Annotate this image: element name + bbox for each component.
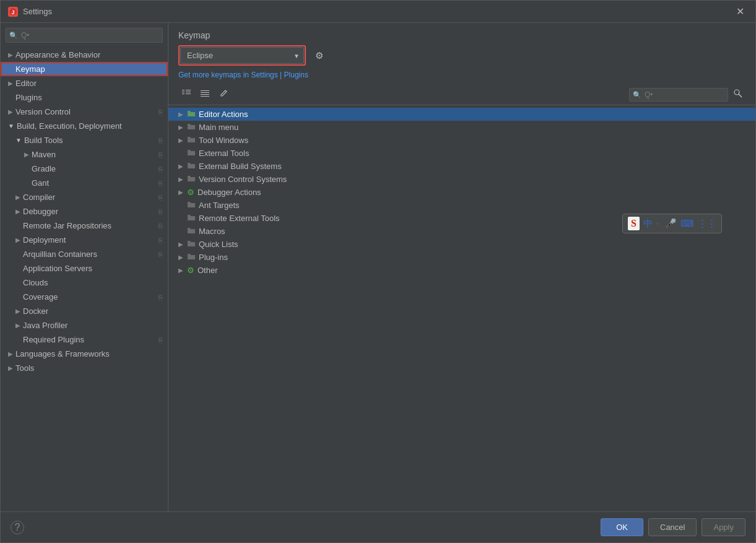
sidebar-item-editor[interactable]: ▶ Editor [1, 76, 168, 90]
tree-item-label: External Build Systems [199, 162, 282, 171]
sidebar-item-deployment[interactable]: ▶ Deployment ⎘ [1, 233, 168, 247]
sidebar-item-languages[interactable]: ▶ Languages & Frameworks [1, 347, 168, 361]
keymap-gear-button[interactable]: ⚙ [311, 47, 328, 64]
tree-item-external-tools[interactable]: ▶ External Tools [168, 147, 755, 160]
sidebar-arrow-languages: ▶ [8, 350, 13, 357]
svg-rect-8 [201, 90, 209, 91]
app-icon: J [8, 7, 18, 17]
plugins-link[interactable]: Plugins [284, 71, 308, 79]
tree-item-plug-ins[interactable]: ▶ Plug-ins [168, 251, 755, 264]
sidebar-item-compiler[interactable]: ▶ Compiler ⎘ [1, 190, 168, 204]
ime-punctuation-icon[interactable]: •, [656, 219, 661, 228]
sidebar-item-java-profiler[interactable]: ▶ Java Profiler [1, 318, 168, 332]
right-panel: Keymap Eclipse Default Mac OS X Emacs Ne… [168, 23, 755, 511]
tree-arrow-main-menu: ▶ [178, 124, 185, 131]
sidebar-item-plugins[interactable]: ▶ Plugins [1, 90, 168, 105]
sidebar-plugins-label: Plugins [15, 93, 42, 102]
svg-rect-6 [186, 92, 191, 92]
sidebar-item-build[interactable]: ▼ Build, Execution, Deployment [1, 119, 168, 133]
svg-rect-7 [186, 93, 191, 94]
folder-icon-quick-lists [187, 240, 196, 249]
sidebar-item-build-tools[interactable]: ▼ Build Tools ⎘ [1, 133, 168, 147]
main-content: 🔍 ▶ Appearance & Behavior Keymap ▶ Edito… [1, 23, 755, 511]
tree-item-other[interactable]: ▶ ⚙ Other [168, 264, 755, 277]
sidebar-item-maven[interactable]: ▶ Maven ⎘ [1, 147, 168, 162]
sidebar-item-docker[interactable]: ▶ Docker [1, 304, 168, 318]
tree-item-quick-lists[interactable]: ▶ Quick Lists [168, 238, 755, 251]
sidebar-item-app-servers[interactable]: ▶ Application Servers [1, 261, 168, 276]
sidebar-search-icon: 🔍 [9, 32, 18, 40]
sidebar-tools-label: Tools [15, 363, 34, 373]
link-prefix: Get more keymaps in [178, 71, 251, 79]
search-options-button[interactable] [731, 87, 745, 102]
sidebar-item-version-control[interactable]: ▶ Version Control ⎘ [1, 105, 168, 119]
sidebar-item-keymap[interactable]: Keymap [1, 62, 168, 76]
sidebar-item-gradle[interactable]: ▶ Gradle ⎘ [1, 162, 168, 176]
tree-item-main-menu[interactable]: ▶ Main menu [168, 121, 755, 134]
svg-point-12 [734, 90, 739, 95]
sidebar-arrow-docker: ▶ [15, 308, 20, 315]
close-button[interactable]: ✕ [732, 4, 748, 19]
tree-arrow-quick-lists: ▶ [178, 241, 185, 248]
sidebar-search-box: 🔍 [6, 28, 163, 43]
sidebar-gant-label: Gant [32, 178, 49, 188]
tree-search-input[interactable] [629, 88, 728, 102]
sidebar-item-coverage[interactable]: ▶ Coverage ⎘ [1, 290, 168, 304]
svg-rect-4 [182, 93, 185, 94]
expand-all-button[interactable] [178, 87, 194, 102]
tree-search-wrap: 🔍 [629, 88, 728, 102]
tree-item-editor-actions[interactable]: ▶ Editor Actions [168, 108, 755, 121]
help-button[interactable]: ? [11, 521, 24, 534]
tree-item-tool-windows[interactable]: ▶ Tool Windows [168, 134, 755, 147]
sidebar-build-tools-label: Build Tools [24, 136, 63, 145]
ime-keyboard-icon[interactable]: ⌨ [680, 218, 694, 229]
tree-item-ant-targets[interactable]: ▶ Ant Targets [168, 199, 755, 212]
keymap-dropdown-wrapper: Eclipse Default Mac OS X Emacs NetBeans … [178, 45, 306, 66]
folder-icon-external-tools [187, 149, 196, 158]
keymap-dropdown[interactable]: Eclipse Default Mac OS X Emacs NetBeans … [180, 47, 304, 64]
input-method-toolbar: S 中 •, 🎤 ⌨ ⋮⋮ [622, 214, 722, 233]
settings-link[interactable]: Settings [251, 71, 277, 79]
sidebar-search-input[interactable] [6, 28, 163, 43]
sidebar-gradle-label: Gradle [32, 164, 56, 173]
edit-button[interactable] [215, 87, 232, 102]
sidebar-remote-jar-label: Remote Jar Repositories [23, 221, 111, 230]
collapse-all-button[interactable] [197, 87, 213, 102]
cancel-button[interactable]: Cancel [648, 518, 697, 536]
tree-item-label: Editor Actions [199, 110, 248, 119]
ok-button[interactable]: OK [601, 518, 643, 536]
ime-mic-icon[interactable]: 🎤 [665, 218, 677, 229]
svg-rect-11 [201, 96, 209, 97]
sidebar-item-arquillian[interactable]: ▶ Arquillian Containers ⎘ [1, 247, 168, 261]
copy-icon-arquillian: ⎘ [159, 251, 163, 258]
sidebar-item-gant[interactable]: ▶ Gant ⎘ [1, 176, 168, 190]
tree-item-vcs[interactable]: ▶ Version Control Systems [168, 173, 755, 186]
tree-item-debugger-actions[interactable]: ▶ ⚙ Debugger Actions [168, 186, 755, 199]
sidebar-item-required-plugins[interactable]: ▶ Required Plugins ⎘ [1, 332, 168, 347]
sidebar-item-remote-jar[interactable]: ▶ Remote Jar Repositories ⎘ [1, 219, 168, 233]
sidebar-item-appearance[interactable]: ▶ Appearance & Behavior [1, 48, 168, 62]
sidebar-item-clouds[interactable]: ▶ Clouds [1, 276, 168, 290]
copy-icon-compiler: ⎘ [159, 194, 163, 201]
svg-text:J: J [11, 9, 14, 15]
sidebar-java-profiler-label: Java Profiler [23, 321, 67, 330]
svg-rect-9 [201, 92, 209, 93]
tree-arrow-debugger-actions: ▶ [178, 189, 185, 196]
sidebar-item-debugger[interactable]: ▶ Debugger ⎘ [1, 204, 168, 219]
title-bar: J Settings ✕ [1, 1, 755, 23]
tree-item-external-build[interactable]: ▶ External Build Systems [168, 160, 755, 173]
sidebar-languages-label: Languages & Frameworks [15, 349, 110, 358]
sidebar-docker-label: Docker [23, 306, 48, 316]
ime-chinese-icon[interactable]: 中 [643, 218, 653, 230]
sidebar-maven-label: Maven [32, 150, 56, 159]
sidebar-item-tools[interactable]: ▶ Tools [1, 361, 168, 375]
tree-area: ▶ Editor Actions ▶ [168, 105, 755, 511]
sidebar-editor-label: Editor [15, 79, 37, 88]
ime-s-icon[interactable]: S [628, 217, 640, 230]
ime-grid-icon[interactable]: ⋮⋮ [698, 218, 716, 229]
sidebar-arrow-vc: ▶ [8, 108, 13, 115]
folder-icon-remote-external [187, 214, 196, 223]
sidebar-deployment-label: Deployment [23, 235, 66, 245]
apply-button[interactable]: Apply [702, 518, 745, 536]
sidebar-arrow-compiler: ▶ [15, 194, 20, 201]
